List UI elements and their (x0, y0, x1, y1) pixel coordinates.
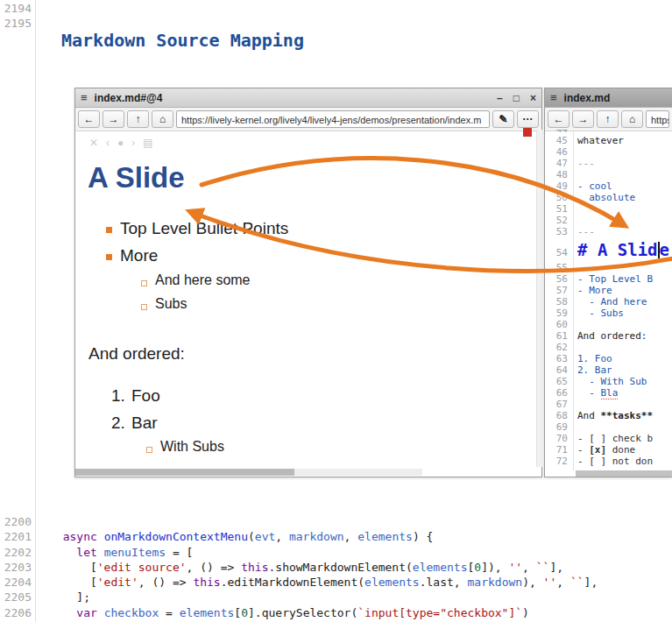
editor-line[interactable]: 65 - With Sub (545, 376, 672, 387)
url-input[interactable]: https://lively-kernel.org/lively4/lively… (176, 110, 490, 128)
code-token: - cool (577, 180, 612, 192)
editor-line[interactable]: 68And **tasks** (545, 410, 672, 421)
ordered-list-intro: And ordered: (88, 344, 185, 364)
editor-line[interactable]: 51 (545, 203, 672, 215)
editor-line[interactable]: 47--- (545, 158, 672, 169)
editor-line[interactable]: 71- [x] done (545, 444, 672, 456)
sub-bullet-icon (141, 304, 147, 310)
horizontal-scrollbar-thumb[interactable] (75, 469, 294, 476)
forward-button[interactable]: → (103, 110, 124, 128)
minimize-icon[interactable]: – (497, 92, 503, 104)
url-input[interactable]: https (646, 110, 669, 128)
slide-nav-controls[interactable]: ✕‹●›▤ (89, 137, 161, 149)
code-token: var (76, 606, 96, 619)
code-text: absolute (577, 192, 635, 203)
ordered-item-number: 2. (111, 413, 125, 433)
back-button[interactable]: ← (78, 110, 100, 128)
editor-line[interactable]: 70- [ ] check b (545, 433, 672, 444)
code-token (49, 546, 76, 559)
editor-line[interactable]: 2202 let menuItems = [ (0, 545, 672, 560)
editor-line[interactable]: 2205 ]; (0, 590, 672, 604)
more-button[interactable]: ··· (517, 110, 539, 128)
code-token: = (159, 606, 179, 619)
slide-dot-icon[interactable]: ● (117, 137, 131, 149)
code-token: [x] (589, 444, 606, 456)
editor-line[interactable]: 2201 async onMarkdownContextMenu(evt, ma… (0, 529, 672, 544)
window-titlebar[interactable]: ≡ index.md#@4 – □ × (75, 88, 541, 108)
editor-line[interactable]: 58 - And here (545, 296, 672, 307)
next-slide-icon[interactable]: › (131, 137, 143, 149)
menu-icon[interactable]: ≡ (550, 91, 557, 104)
expand-icon[interactable]: ✕ (89, 137, 106, 149)
back-button[interactable]: ← (548, 110, 569, 128)
code-token: ], (549, 561, 563, 574)
editor-line[interactable]: 2206 var checkbox = elements[0].querySel… (0, 605, 672, 620)
up-button[interactable]: ↑ (597, 110, 619, 128)
editor-line[interactable]: 60 (545, 319, 672, 330)
window-title: index.md (564, 92, 611, 104)
editor-line[interactable]: 48 (545, 169, 672, 180)
code-token: - And here (577, 296, 647, 307)
editor-line[interactable]: 46 (545, 146, 672, 158)
code-token: `` (570, 576, 584, 589)
editor-line[interactable]: 59 - Subs (545, 307, 672, 319)
editor-line[interactable]: 642. Bar (545, 364, 672, 376)
editor-line[interactable]: 2200 (0, 514, 672, 529)
code-token: `input[type="checkbox"]` (357, 606, 522, 619)
editor-line[interactable]: 2204 ['edit', () => this.editMarkdownEle… (0, 575, 672, 590)
editor-line[interactable]: 57- More (545, 285, 672, 296)
editor-line[interactable]: 50 absolute (545, 192, 672, 203)
editor-line[interactable]: 56- Top Level B (545, 273, 672, 285)
editor-line[interactable]: 69 (545, 421, 672, 433)
horizontal-scrollbar-thumb[interactable] (576, 470, 672, 477)
up-button[interactable]: ↑ (127, 110, 149, 128)
home-button[interactable]: ⌂ (152, 110, 173, 128)
editor-line[interactable]: 53--- (545, 226, 672, 237)
editor-line[interactable]: 55 (545, 262, 672, 273)
vertical-scrollbar[interactable] (536, 130, 543, 467)
lively4-editor-canvas: 2194 2195 Markdown Source Mapping ≡ inde… (0, 0, 672, 622)
code-text: # A Slide (577, 247, 669, 258)
code-token: - More (577, 285, 612, 296)
code-token: markdown (468, 576, 523, 589)
editor-line[interactable]: 2203 ['edit source', () => this.showMark… (0, 560, 672, 575)
editor-line[interactable]: 62 (545, 342, 672, 353)
code-token (97, 530, 104, 543)
prev-slide-icon[interactable]: ‹ (106, 137, 117, 149)
code-text: - [ ] not don (577, 456, 653, 467)
code-token: .last, (420, 576, 468, 589)
code-token: '' (508, 561, 522, 574)
menu-icon[interactable]: ≡ (81, 91, 88, 104)
sub-bullet-item: And here some (155, 272, 251, 288)
close-icon[interactable]: × (530, 92, 536, 104)
code-text: async onMarkdownContextMenu(evt, markdow… (49, 530, 433, 543)
code-token: - Top Level B (577, 273, 653, 285)
editor-line[interactable]: 45whatever (545, 135, 672, 146)
edit-button[interactable]: ✎ (492, 110, 514, 128)
editor-line[interactable]: 631. Foo (545, 353, 672, 364)
editor-line[interactable]: 49- cool (545, 180, 672, 192)
code-text: - With Sub (577, 376, 647, 387)
code-token (49, 606, 76, 619)
window-titlebar[interactable]: ≡ index.md (545, 88, 672, 108)
editor-line[interactable]: 72- [ ] not don (545, 456, 672, 467)
sub-bullet-item: Subs (155, 296, 187, 312)
code-token: ) { (413, 530, 433, 543)
editor-line[interactable]: 67 (545, 399, 672, 410)
home-button[interactable]: ⌂ (621, 110, 643, 128)
forward-button[interactable]: → (572, 110, 594, 128)
code-token: - [ ] check b (577, 433, 653, 444)
editor-line[interactable]: 52 (545, 215, 672, 226)
slide-heading: A Slide (88, 161, 185, 194)
code-token: ]; (49, 590, 90, 604)
code-text: let menuItems = [ (49, 546, 193, 559)
code-token: --- (577, 226, 595, 237)
markdown-source-editor[interactable]: 4445whatever4647---4849- cool50 absolute… (545, 130, 672, 470)
code-token: done (606, 444, 635, 456)
maximize-icon[interactable]: □ (513, 92, 520, 104)
editor-line[interactable]: 66 - Bla (545, 387, 672, 399)
javascript-code-block[interactable]: 22002201 async onMarkdownContextMenu(evt… (0, 514, 672, 620)
editor-line[interactable]: 54# A Slide (545, 237, 672, 262)
print-icon[interactable]: ▤ (143, 137, 160, 149)
editor-line[interactable]: 61And ordered: (545, 330, 672, 342)
